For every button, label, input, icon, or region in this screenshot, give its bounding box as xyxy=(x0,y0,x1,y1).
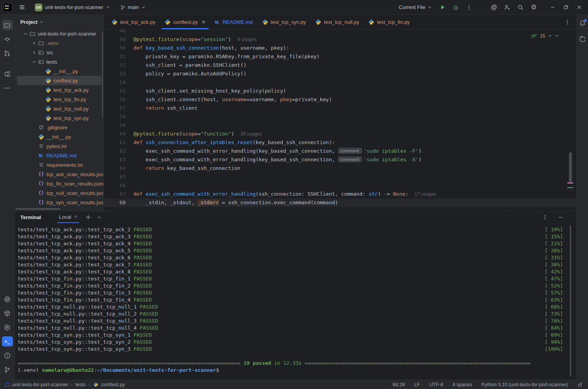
tree-item--gitignore[interactable]: .gitignore xyxy=(17,123,101,132)
terminal-test-line: tests/test_tcp_syn.py::test_tcp_syn_1 PA… xyxy=(18,332,563,339)
tree-item--venv[interactable]: .venv xyxy=(17,38,101,48)
more-actions-kebab-icon[interactable] xyxy=(463,2,475,13)
code-token: ssh_client.connect(host, xyxy=(133,96,222,102)
code-token: "function" xyxy=(201,131,231,137)
search-everywhere-icon[interactable] xyxy=(515,2,526,13)
ai-assistant-tool-icon[interactable] xyxy=(579,35,586,43)
close-terminal-tab-icon[interactable]: ✕ xyxy=(74,214,78,219)
tree-item-label: __init__.py xyxy=(53,68,78,74)
tool-stripe-commit-icon[interactable] xyxy=(2,34,13,44)
breadcrumb-item[interactable]: unit-tests-for-port-scanner xyxy=(12,382,68,387)
tree-chevron-down-icon[interactable] xyxy=(31,60,37,64)
tree-item-test-tcp-null-py[interactable]: test_tcp_null.py xyxy=(17,104,101,113)
usages-hint[interactable]: 4 usages xyxy=(237,37,256,42)
tree-item-requirements-txt[interactable]: requirements.txt xyxy=(17,160,101,170)
terminal-more-kebab-icon[interactable] xyxy=(542,214,548,220)
breadcrumb-item[interactable]: tests xyxy=(75,382,85,387)
caret-position[interactable]: 68:26 xyxy=(393,382,405,387)
editor-tab-readme-md[interactable]: M↓README.md xyxy=(210,15,258,29)
git-branch-selector[interactable]: main xyxy=(117,3,149,12)
project-selector[interactable]: US unit-tests-for-port-scanner xyxy=(32,2,113,13)
usages-hint[interactable]: 30 usages xyxy=(240,131,262,137)
readonly-lock-icon[interactable] xyxy=(577,382,583,387)
settings-gear-icon[interactable]: ⚙ xyxy=(528,2,540,13)
editor-vertical-scrollbar[interactable] xyxy=(569,152,572,184)
prev-problem-chevron-up-icon[interactable] xyxy=(548,34,552,38)
tree-chevron-down-icon[interactable] xyxy=(22,32,29,36)
line-number: 62 xyxy=(104,147,126,155)
tree-vertical-scrollbar[interactable] xyxy=(102,31,103,117)
run-button[interactable] xyxy=(437,2,448,13)
tool-stripe-python-console-icon[interactable] xyxy=(2,294,13,304)
editor-tab-test-tcp-null-py[interactable]: test_tcp_null.py xyxy=(311,15,364,29)
project-widget-icon[interactable] xyxy=(5,383,9,387)
tool-stripe-project-icon[interactable] xyxy=(2,20,13,30)
terminal-vertical-scrollbar[interactable] xyxy=(570,225,571,377)
tree-item-conftest-py[interactable]: conftest.py xyxy=(17,76,101,85)
tool-stripe-services-icon[interactable] xyxy=(2,322,13,332)
maximize-window-icon[interactable] xyxy=(560,2,572,13)
code-token: ) -> xyxy=(378,191,393,197)
editor-tab-test-tcp-ack-py[interactable]: test_tcp_ack.py xyxy=(107,15,160,29)
tree-item-pytest-ini[interactable]: pytest.ini xyxy=(17,141,101,151)
next-problem-chevron-down-icon[interactable] xyxy=(555,34,559,38)
code-line-66: 66 xyxy=(104,181,576,190)
tool-stripe-terminal-icon[interactable]: >_ xyxy=(2,336,13,346)
tree-item-tcp-ack-scan-results-json[interactable]: {}tcp_ack_scan_results.json xyxy=(17,170,101,179)
tool-stripe-git-icon[interactable] xyxy=(2,364,13,375)
tree-item-test-tcp-syn-py[interactable]: test_tcp_syn.py xyxy=(17,113,101,123)
tree-item-test-tcp-fin-py[interactable]: test_tcp_fin.py xyxy=(17,95,101,104)
python-file-icon xyxy=(262,19,268,25)
terminal-tab-local[interactable]: Local ✕ xyxy=(57,211,79,223)
tool-stripe-python-packages-icon[interactable] xyxy=(2,308,13,318)
chevron-down-icon[interactable] xyxy=(39,20,44,24)
code-editor[interactable]: 4849@pytest.fixture(scope="session")4 us… xyxy=(104,30,576,211)
inspection-widget[interactable]: 15 xyxy=(531,33,559,39)
tool-stripe-pull-requests-icon[interactable] xyxy=(2,48,13,58)
tool-stripe-structure-icon[interactable] xyxy=(2,69,13,79)
terminal-prompt[interactable]: (.venv) namolaru@Ubuntu22:~/Documents/un… xyxy=(18,367,563,374)
editor-tab-test-tcp-syn-py[interactable]: test_tcp_syn.py xyxy=(258,15,311,29)
main-menu-hamburger-icon[interactable] xyxy=(16,2,28,13)
tree-item--init-py[interactable]: __init__.py xyxy=(17,132,101,141)
minimize-window-icon[interactable] xyxy=(547,2,558,13)
tree-horizontal-scrollbar[interactable] xyxy=(16,208,60,210)
notifications-bell-icon[interactable] xyxy=(579,20,586,27)
tool-stripe-problems-icon[interactable] xyxy=(2,350,13,360)
tree-item-readme-md[interactable]: M↓README.md xyxy=(17,151,101,160)
code-with-me-icon[interactable] xyxy=(501,2,513,13)
tree-item-tcp-null-scan-results-json[interactable]: {}tcp_null_scan_results.json xyxy=(17,188,101,198)
close-tab-icon[interactable]: ✕ xyxy=(201,19,206,25)
tree-chevron-right-icon[interactable] xyxy=(31,41,37,45)
usages-hint[interactable]: 17 usages xyxy=(414,191,436,197)
editor-tab-conftest-py[interactable]: conftest.py✕ xyxy=(160,15,210,29)
terminal-options-chevron-down-icon[interactable] xyxy=(97,215,101,219)
tree-item-src[interactable]: src xyxy=(17,48,101,57)
tree-item-tcp-syn-scan-results-json[interactable]: {}tcp_syn_scan_results.json xyxy=(17,198,101,207)
breadcrumb-item[interactable]: conftest.py xyxy=(101,382,125,387)
tree-item-tests[interactable]: tests xyxy=(17,57,101,66)
terminal-output[interactable]: tests/test_tcp_ack.py::test_tcp_ack_2 PA… xyxy=(15,223,576,380)
file-encoding[interactable]: UTF-8 xyxy=(429,382,443,387)
hide-terminal-icon[interactable] xyxy=(558,215,563,220)
tree-item-tcp-fin-scan-results-json[interactable]: {}tcp_fin_scan_results.json xyxy=(17,179,101,188)
tree-chevron-right-icon[interactable] xyxy=(31,50,37,55)
tree-item-unit-tests-for-port-scanner[interactable]: unit-tests-for-port-scanner xyxy=(17,29,101,38)
editor-tabs-more-kebab-icon[interactable] xyxy=(565,15,576,29)
tree-item-label: test_tcp_ack.py xyxy=(53,87,89,93)
debug-button[interactable] xyxy=(450,2,462,13)
close-window-icon[interactable] xyxy=(573,2,585,13)
editor-tab-label: test_tcp_null.py xyxy=(324,19,359,25)
terminal-test-path: tests/test_tcp_ack.py::test_tcp_ack_7 PA… xyxy=(18,261,152,268)
line-ending[interactable]: LF xyxy=(414,382,420,387)
tool-stripe-more-icon[interactable] xyxy=(2,83,13,93)
tree-item-test-tcp-ack-py[interactable]: test_tcp_ack.py xyxy=(17,85,101,95)
run-configuration-selector[interactable]: Current File xyxy=(396,3,435,12)
new-terminal-plus-icon[interactable] xyxy=(85,214,91,220)
editor-tab-test-tcp-fin-py[interactable]: test_tcp_fin.py xyxy=(364,15,414,29)
python-interpreter[interactable]: Python 3.10 (unit-tests-for-port-scanner… xyxy=(481,382,568,387)
terminal-test-path: tests/test_tcp_ack.py::test_tcp_ack_8 PA… xyxy=(18,268,152,275)
indent-style[interactable]: 4 spaces xyxy=(453,382,472,387)
tree-item--init-py[interactable]: __init__.py xyxy=(17,66,101,76)
ai-assistant-icon[interactable]: @ xyxy=(488,2,500,13)
